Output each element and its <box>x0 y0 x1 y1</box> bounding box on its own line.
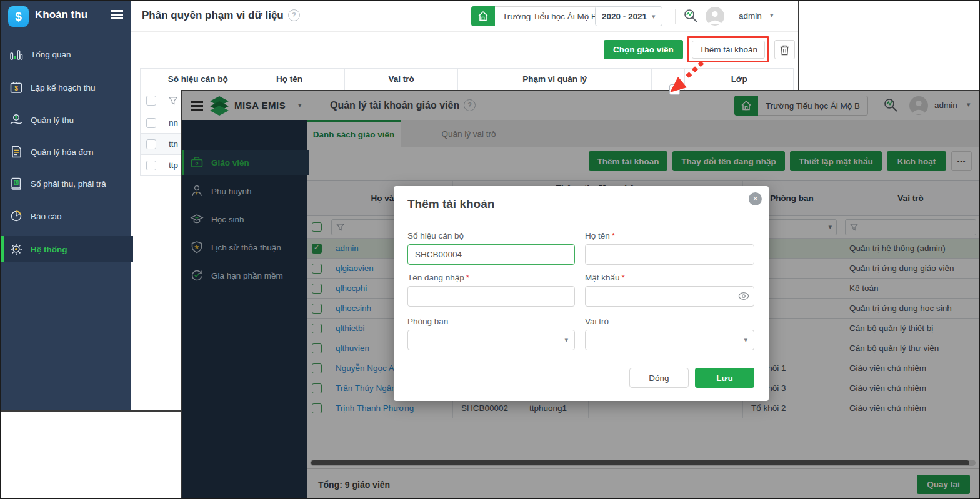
calendar-dollar-icon: $ <box>9 81 23 94</box>
chevron-down-icon[interactable] <box>770 11 774 19</box>
eye-icon[interactable] <box>738 292 749 300</box>
ledger-icon: $ <box>9 177 23 190</box>
sidebar-item-label: Sổ phải thu, phải trả <box>31 179 106 189</box>
sidebar-item-label: Quản lý thu <box>31 116 74 125</box>
row-checkbox[interactable] <box>146 139 156 149</box>
chevron-down-icon <box>744 336 748 344</box>
add-account-modal: Thêm tài khoản Số hiệu cán bộ Họ tên* Tê… <box>394 186 769 401</box>
sidebar-item-tong-quan[interactable]: Tổng quan <box>1 42 131 67</box>
save-button[interactable]: Lưu <box>695 368 754 388</box>
app-title: Khoản thu <box>35 9 88 21</box>
year-selector[interactable]: 2020 - 2021 <box>595 6 662 26</box>
column-header: Vai trò <box>345 69 458 89</box>
trash-icon <box>779 44 790 56</box>
sidebar-item-label: Tổng quan <box>31 50 71 59</box>
column-header: Số hiệu cán bộ <box>162 69 234 89</box>
role-label: Vai trò <box>585 317 609 326</box>
pie-chart-icon <box>9 209 23 223</box>
password-label: Mật khẩu* <box>585 273 625 282</box>
svg-text:$: $ <box>15 115 18 121</box>
home-icon[interactable] <box>471 6 495 26</box>
close-button[interactable]: Đóng <box>629 368 689 388</box>
search-icon[interactable] <box>683 8 699 24</box>
avatar[interactable] <box>706 7 724 26</box>
school-selector[interactable]: Trường Tiểu học Ái Mộ B <box>495 6 605 26</box>
username-input[interactable] <box>408 286 575 307</box>
row-checkbox[interactable] <box>146 118 156 128</box>
sidebar-item-lap-ke-hoach[interactable]: $ Lập kế hoạch thu <box>1 75 131 100</box>
password-input[interactable] <box>585 286 754 307</box>
staff-code-label: Số hiệu cán bộ <box>408 231 464 240</box>
hamburger-icon[interactable] <box>111 9 123 19</box>
help-icon[interactable] <box>288 9 300 21</box>
app-logo-icon <box>8 6 29 27</box>
page-title: Phân quyền phạm vi dữ liệu <box>142 9 300 22</box>
select-teacher-button[interactable]: Chọn giáo viên <box>604 40 683 59</box>
sidebar-item-label: Lập kế hoạch thu <box>31 83 96 92</box>
divider <box>675 9 676 24</box>
sidebar-item-hoa-don[interactable]: Quản lý hóa đơn <box>1 139 131 164</box>
close-icon[interactable] <box>749 192 762 205</box>
sidebar-item-bao-cao[interactable]: Báo cáo <box>1 204 131 229</box>
column-header: Họ tên <box>234 69 346 89</box>
header-checkbox-cell <box>141 69 162 89</box>
sidebar-item-label: Báo cáo <box>31 212 62 221</box>
username-label: Tên đăng nhập* <box>408 273 469 282</box>
fullname-input[interactable] <box>585 244 754 265</box>
annotation-highlight-box <box>687 36 769 62</box>
invoice-icon <box>9 145 23 159</box>
bar-chart-icon <box>9 47 23 61</box>
sidebar-item-he-thong[interactable]: Hệ thống <box>1 236 133 262</box>
sidebar-item-quan-ly-thu[interactable]: $ Quản lý thu <box>1 107 131 132</box>
svg-text:$: $ <box>15 180 18 185</box>
sidebar-item-label: Hệ thống <box>31 245 68 254</box>
sidebar-item-label: Quản lý hóa đơn <box>31 147 93 157</box>
chevron-down-icon <box>652 12 656 21</box>
screenshot-stage: Khoản thu Tổng quan $ <box>0 0 980 499</box>
dept-label: Phòng ban <box>408 317 448 326</box>
khoanthu-sidebar: Khoản thu Tổng quan $ <box>1 1 131 410</box>
role-select[interactable] <box>585 330 754 350</box>
staff-code-input[interactable] <box>408 244 575 265</box>
svg-text:$: $ <box>14 85 18 92</box>
select-all-checkbox[interactable] <box>146 96 156 106</box>
hand-coin-icon: $ <box>9 113 23 127</box>
khoanthu-header: Phân quyền phạm vi dữ liệu Trường Tiểu h… <box>131 1 798 32</box>
delete-button[interactable] <box>774 40 795 59</box>
user-menu[interactable]: admin <box>739 11 762 21</box>
dept-select[interactable] <box>408 330 575 350</box>
modal-title: Thêm tài khoản <box>408 197 494 211</box>
sidebar-item-so-phai-thu[interactable]: $ Sổ phải thu, phải trả <box>1 171 131 196</box>
gear-icon <box>9 242 23 256</box>
column-header: Phạm vi quản lý <box>458 69 652 89</box>
funnel-icon[interactable] <box>169 97 178 105</box>
chevron-down-icon <box>564 336 568 344</box>
fullname-label: Họ tên* <box>585 231 615 240</box>
annotation-arrow <box>668 60 712 96</box>
row-checkbox[interactable] <box>146 161 156 170</box>
